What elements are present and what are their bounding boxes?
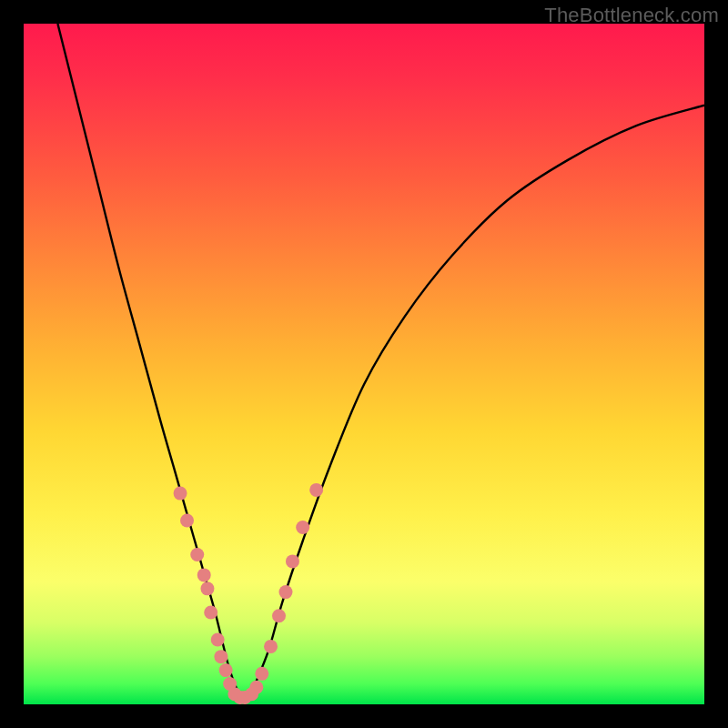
- plot-area: [24, 24, 704, 704]
- marker-dot: [219, 663, 233, 677]
- marker-dot: [264, 640, 278, 653]
- marker-dot: [190, 548, 204, 561]
- marker-dot: [296, 521, 309, 534]
- marker-dot: [197, 568, 211, 581]
- marker-dot: [180, 514, 194, 528]
- marker-dot: [204, 606, 217, 620]
- marker-dot: [249, 681, 263, 694]
- marker-dot: [255, 667, 268, 681]
- marker-dot: [200, 581, 214, 595]
- marker-dot: [174, 487, 187, 500]
- marker-dot: [278, 585, 292, 599]
- chart-frame: TheBottleneck.com: [0, 0, 728, 728]
- marker-dot: [309, 483, 323, 497]
- marker-dot: [272, 609, 286, 622]
- marker-dot: [286, 554, 299, 568]
- bottleneck-curve: [57, 24, 704, 699]
- marker-dot: [211, 632, 225, 646]
- curve-path: [57, 24, 704, 699]
- highlight-markers: [174, 483, 324, 704]
- curve-layer: [24, 24, 704, 704]
- watermark-text: TheBottleneck.com: [544, 4, 719, 27]
- marker-dot: [214, 650, 228, 663]
